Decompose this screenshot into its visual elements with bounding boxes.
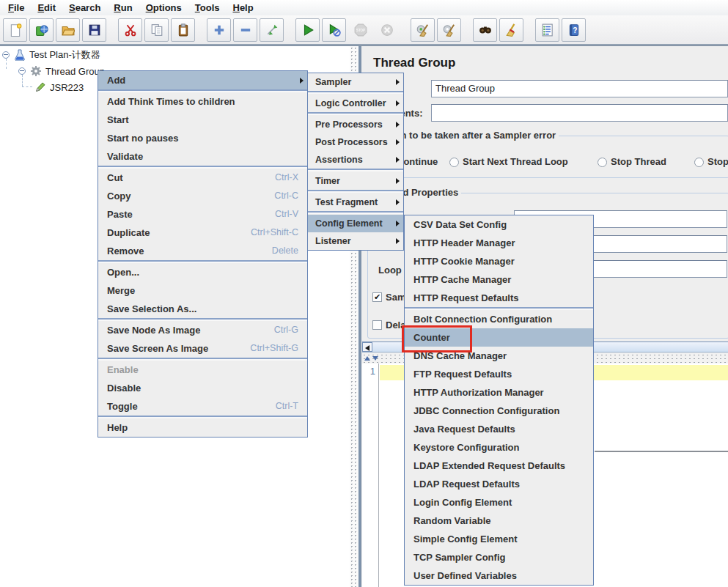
menu-item-post-processors[interactable]: Post Processors — [308, 133, 403, 151]
stop-icon: STOP — [354, 23, 367, 37]
tree-item-test-plan[interactable]: Test Plan-计数器 — [14, 48, 100, 62]
menu-item-test-fragment[interactable]: Test Fragment — [308, 193, 403, 211]
menu-item-ldap-request-defaults[interactable]: LDAP Request Defaults — [405, 475, 593, 493]
menu-item-ftp-request-defaults[interactable]: FTP Request Defaults — [405, 365, 593, 383]
radio-stop-thread[interactable] — [598, 158, 607, 167]
comments-input[interactable] — [431, 104, 728, 122]
save-button[interactable] — [82, 18, 106, 42]
help-button[interactable]: ? — [562, 18, 586, 42]
menu-item-pre-processors[interactable]: Pre Processors — [308, 116, 403, 133]
same-user-checkbox[interactable] — [372, 292, 382, 302]
menu-item-user-defined-variables[interactable]: User Defined Variables — [405, 566, 593, 585]
search-button[interactable] — [473, 18, 497, 42]
clear-button[interactable] — [411, 18, 435, 42]
menu-item-logic-controller[interactable]: Logic Controller — [308, 95, 403, 112]
templates-icon — [35, 23, 48, 37]
new-file-button[interactable] — [3, 18, 27, 42]
function-helper-button[interactable] — [535, 18, 559, 42]
templates-button[interactable] — [29, 18, 54, 42]
menu-item-add[interactable]: Add — [98, 71, 307, 89]
menu-item-validate[interactable]: Validate — [98, 147, 307, 166]
menu-item-csv-data-set-config[interactable]: CSV Data Set Config — [405, 215, 593, 234]
submenu-arrow-icon — [396, 238, 400, 244]
menu-item-copy[interactable]: CopyCtrl-C — [98, 187, 307, 205]
menu-item-assertions[interactable]: Assertions — [308, 151, 403, 169]
menu-item-paste[interactable]: PasteCtrl-V — [98, 205, 307, 224]
shortcut-label: Delete — [272, 242, 298, 260]
scroll-left-button[interactable] — [362, 342, 372, 352]
name-input[interactable]: Thread Group — [431, 80, 728, 97]
tree-expander[interactable] — [18, 67, 26, 75]
menu-item-disable[interactable]: Disable — [98, 379, 307, 397]
menu-tools[interactable]: Tools — [188, 1, 227, 15]
menu-item-save-node-as-image[interactable]: Save Node As ImageCtrl-G — [98, 321, 307, 339]
menu-item-http-header-manager[interactable]: HTTP Header Manager — [405, 234, 593, 252]
toggle-button[interactable] — [260, 18, 284, 42]
copy-button[interactable] — [144, 18, 169, 42]
menu-item-http-cookie-manager[interactable]: HTTP Cookie Manager — [405, 252, 593, 270]
menu-item-http-request-defaults[interactable]: HTTP Request Defaults — [405, 289, 593, 307]
menu-item-ldap-extended-request-defaults[interactable]: LDAP Extended Request Defaults — [405, 457, 593, 475]
menu-options[interactable]: Options — [139, 1, 188, 15]
collapse-down-icon[interactable] — [372, 356, 378, 361]
menu-item-cut[interactable]: CutCtrl-X — [98, 169, 307, 187]
tree-expander[interactable] — [2, 51, 10, 59]
menu-item-merge[interactable]: Merge — [98, 281, 307, 300]
start-no-timers-button[interactable] — [322, 18, 346, 42]
menu-item-open[interactable]: Open... — [98, 263, 307, 281]
menu-edit[interactable]: Edit — [31, 1, 62, 15]
tree-item-label: JSR223 — [50, 82, 84, 93]
radio-stop-test[interactable] — [694, 158, 704, 167]
menu-item-help[interactable]: Help — [98, 418, 307, 437]
menu-run[interactable]: Run — [107, 1, 139, 15]
menu-item-http-cache-manager[interactable]: HTTP Cache Manager — [405, 270, 593, 289]
menu-item-keystore-configuration[interactable]: Keystore Configuration — [405, 438, 593, 457]
config-element-submenu: CSV Data Set Config HTTP Header Manager … — [404, 215, 594, 586]
menu-item-remove[interactable]: RemoveDelete — [98, 242, 307, 260]
menu-item-save-screen-as-image[interactable]: Save Screen As ImageCtrl+Shift-G — [98, 339, 307, 358]
open-button[interactable] — [56, 18, 80, 42]
collapse-button[interactable] — [233, 18, 257, 42]
help-book-icon: ? — [567, 23, 581, 37]
menu-item-toggle[interactable]: ToggleCtrl-T — [98, 397, 307, 416]
submenu-arrow-icon — [396, 178, 400, 184]
paste-button[interactable] — [171, 18, 195, 42]
radio-stop-test-label: Stop Test — [707, 156, 728, 167]
menu-item-simple-config-element[interactable]: Simple Config Element — [405, 530, 593, 548]
menu-item-random-variable[interactable]: Random Variable — [405, 512, 593, 530]
reset-search-button[interactable] — [499, 18, 523, 42]
menu-item-sampler[interactable]: Sampler — [308, 73, 403, 91]
menu-search[interactable]: Search — [62, 1, 107, 15]
radio-start-next-thread-loop[interactable] — [449, 158, 459, 167]
menu-item-listener[interactable]: Listener — [308, 232, 403, 250]
expand-button[interactable] — [207, 18, 231, 42]
clear-all-button[interactable] — [437, 18, 461, 42]
submenu-arrow-icon — [396, 157, 400, 163]
menu-item-duplicate[interactable]: DuplicateCtrl+Shift-C — [98, 224, 307, 242]
collapse-up-icon[interactable] — [364, 356, 370, 361]
tree-item-thread-group[interactable]: Thread Group — [30, 64, 105, 78]
menu-item-start[interactable]: Start — [98, 111, 307, 129]
menu-separator — [308, 190, 403, 193]
menu-item-save-selection-as[interactable]: Save Selection As... — [98, 300, 307, 318]
menu-help[interactable]: Help — [226, 1, 260, 15]
menu-item-java-request-defaults[interactable]: Java Request Defaults — [405, 420, 593, 438]
delay-thread-creation-checkbox[interactable] — [372, 320, 382, 330]
start-button[interactable] — [295, 18, 320, 42]
menu-file[interactable]: File — [1, 1, 31, 15]
tree-item-jsr223[interactable]: JSR223 — [34, 81, 84, 94]
menu-item-login-config-element[interactable]: Login Config Element — [405, 493, 593, 512]
menu-separator — [308, 91, 403, 94]
menu-item-tcp-sampler-config[interactable]: TCP Sampler Config — [405, 548, 593, 566]
submenu-arrow-icon — [396, 122, 400, 128]
menu-item-add-think-times[interactable]: Add Think Times to children — [98, 92, 307, 111]
line-number: 1 — [370, 366, 375, 377]
menu-item-jdbc-connection-configuration[interactable]: JDBC Connection Configuration — [405, 402, 593, 420]
menu-item-config-element[interactable]: Config Element — [308, 215, 403, 232]
menu-item-http-authorization-manager[interactable]: HTTP Authorization Manager — [405, 383, 593, 402]
menu-item-timer[interactable]: Timer — [308, 172, 403, 190]
open-folder-icon — [62, 23, 75, 37]
cut-button[interactable] — [118, 18, 142, 42]
menu-item-start-no-pauses[interactable]: Start no pauses — [98, 129, 307, 147]
add-submenu: Sampler Logic Controller Pre Processors … — [307, 73, 404, 251]
